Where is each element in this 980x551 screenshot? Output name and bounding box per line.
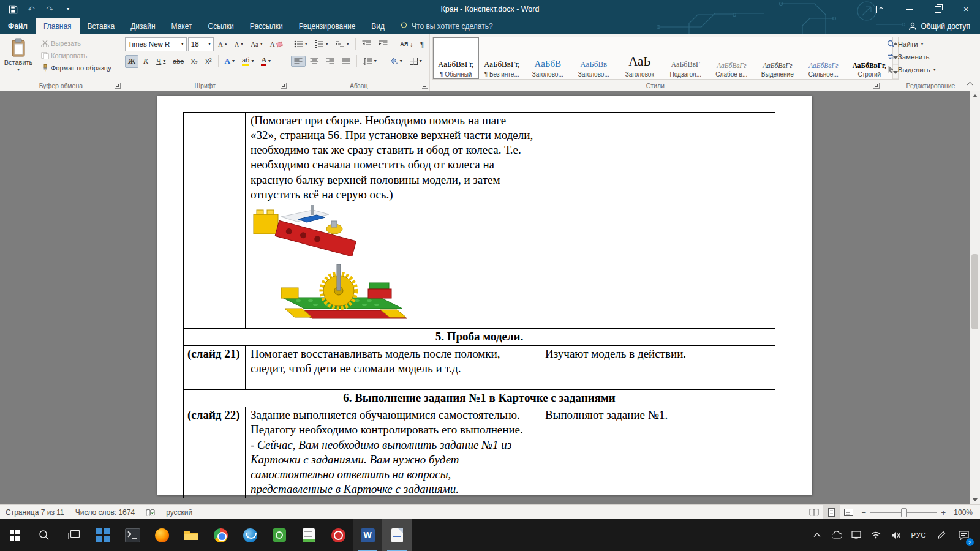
tray-cloud-button[interactable] <box>829 519 845 551</box>
tab-design[interactable]: Дизайн <box>123 18 163 34</box>
slide22-students-cell[interactable]: Выполняют задание №1. <box>540 407 775 498</box>
scroll-down-button[interactable] <box>970 495 980 504</box>
style-subtitle[interactable]: АаБбВвГ Подзагол... <box>663 37 709 79</box>
tab-layout[interactable]: Макет <box>164 18 200 34</box>
close-button[interactable]: × <box>952 0 980 18</box>
document-page[interactable]: (Помогает при сборке. Необходимо помочь … <box>157 96 812 495</box>
highlight-color-button[interactable]: аб▾ <box>239 55 257 68</box>
line-spacing-button[interactable]: ▾ <box>360 56 380 67</box>
tray-volume-button[interactable] <box>888 519 903 551</box>
read-mode-button[interactable] <box>805 505 823 520</box>
minimize-button[interactable] <box>895 0 924 18</box>
collapse-ribbon-button[interactable] <box>964 80 975 88</box>
taskbar-app-word[interactable]: W <box>353 519 382 551</box>
tray-display-button[interactable] <box>848 519 864 551</box>
redo-button[interactable]: ↷ <box>42 2 58 17</box>
style-emphasis[interactable]: АаБбВвГг Выделение <box>755 37 801 79</box>
vertical-scrollbar[interactable] <box>970 91 980 504</box>
sort-button[interactable]: АЯ ↓ <box>397 39 416 50</box>
taskbar-app-blue-round[interactable] <box>235 519 265 551</box>
tray-expand-button[interactable] <box>809 519 825 551</box>
tab-view[interactable]: Вид <box>363 18 393 34</box>
slide22-teacher-cell[interactable]: Задание выполняется обучающимися самосто… <box>246 407 540 498</box>
zoom-level[interactable]: 100% <box>950 508 980 517</box>
numbering-button[interactable]: ▾ <box>312 39 331 50</box>
taskbar-app-terminal[interactable] <box>118 519 147 551</box>
tab-file[interactable]: Файл <box>0 18 36 34</box>
zoom-slider[interactable] <box>870 505 937 520</box>
language-indicator[interactable]: РУС <box>907 531 930 539</box>
strikethrough-button[interactable]: abc <box>170 56 187 67</box>
italic-button[interactable]: К <box>140 55 152 68</box>
subscript-button[interactable]: х₂ <box>188 55 201 67</box>
copy-button[interactable]: Копировать <box>38 50 115 61</box>
print-layout-button[interactable] <box>823 505 840 520</box>
bold-button[interactable]: Ж <box>125 55 138 68</box>
taskbar-app-blue-grid[interactable] <box>88 519 118 551</box>
decrease-indent-button[interactable] <box>359 39 374 50</box>
align-left-button[interactable] <box>291 56 306 67</box>
slide21-teacher-cell[interactable]: Помогает восстанавливать модель после по… <box>246 346 540 390</box>
paste-button[interactable]: Вставить ▾ <box>2 37 34 80</box>
font-color-button[interactable]: А▾ <box>258 54 274 68</box>
clear-formatting-button[interactable]: А <box>267 39 285 50</box>
find-button[interactable]: Найти ▾ <box>884 38 978 50</box>
font-name-select[interactable]: Times New R ▾ <box>125 37 187 51</box>
restore-button[interactable] <box>924 0 952 18</box>
taskbar-app-document[interactable] <box>382 519 412 551</box>
slide21-students-cell[interactable]: Изучают модель в действии. <box>540 346 775 390</box>
tell-me-box[interactable]: Что вы хотите сделать? <box>393 18 500 34</box>
grow-font-button[interactable]: А▴ <box>215 39 230 50</box>
section5-title-cell[interactable]: 5. Проба модели. <box>184 329 775 346</box>
ribbon-display-options-button[interactable] <box>867 0 895 18</box>
align-right-button[interactable] <box>323 56 337 67</box>
taskbar-app-notes[interactable] <box>294 519 323 551</box>
tray-pen-button[interactable] <box>933 519 949 551</box>
taskbar-app-red-round[interactable] <box>323 519 353 551</box>
select-button[interactable]: Выделить ▾ <box>884 64 978 75</box>
section6-title-cell[interactable]: 6. Выполнение задания №1 в Карточке с за… <box>184 390 775 407</box>
format-painter-button[interactable]: Формат по образцу <box>38 62 115 73</box>
table-cell-note[interactable]: (Помогает при сборке. Необходимо помочь … <box>246 113 540 329</box>
page-number-status[interactable]: Страница 7 из 11 <box>0 505 70 520</box>
style-intense-emphasis[interactable]: АаБбВвГг Сильное... <box>801 37 846 79</box>
slide21-label-cell[interactable]: (слайд 21) <box>184 346 246 390</box>
superscript-button[interactable]: х² <box>202 55 214 67</box>
share-button[interactable]: Общий доступ <box>899 18 980 34</box>
task-view-button[interactable] <box>59 519 88 551</box>
lego-model-image-top[interactable] <box>252 204 535 260</box>
text-effects-button[interactable]: А▾ <box>222 54 238 68</box>
shading-button[interactable]: ▾ <box>386 56 405 67</box>
taskbar-app-firefox[interactable] <box>147 519 176 551</box>
customize-quick-access-button[interactable]: ▾ <box>60 2 76 17</box>
taskbar-search-button[interactable] <box>29 519 59 551</box>
taskbar-app-file-explorer[interactable] <box>176 519 206 551</box>
zoom-in-button[interactable]: + <box>937 508 950 517</box>
taskbar-app-chrome[interactable] <box>206 519 235 551</box>
scroll-up-button[interactable] <box>970 91 980 100</box>
action-center-button[interactable]: 2 <box>953 519 974 551</box>
tab-insert[interactable]: Вставка <box>80 18 123 34</box>
tab-references[interactable]: Ссылки <box>200 18 242 34</box>
save-button[interactable] <box>5 2 21 17</box>
justify-button[interactable] <box>339 56 353 67</box>
tab-review[interactable]: Рецензирование <box>291 18 364 34</box>
shrink-font-button[interactable]: А▾ <box>232 39 246 50</box>
start-button[interactable] <box>0 519 29 551</box>
change-case-button[interactable]: Аа▾ <box>247 39 266 50</box>
language-status[interactable]: русский <box>160 505 198 520</box>
scrollbar-thumb[interactable] <box>971 254 978 329</box>
tray-network-button[interactable] <box>868 519 884 551</box>
zoom-slider-thumb[interactable] <box>901 508 907 517</box>
align-center-button[interactable] <box>307 56 322 67</box>
zoom-out-button[interactable]: − <box>857 508 870 517</box>
multilevel-list-button[interactable]: ▾ <box>333 39 352 50</box>
style-title[interactable]: АаЬ Заголовок <box>617 37 663 79</box>
document-area[interactable]: (Помогает при сборке. Необходимо помочь … <box>0 91 980 504</box>
tab-mailings[interactable]: Рассылки <box>242 18 291 34</box>
font-size-select[interactable]: 18 ▾ <box>188 37 214 51</box>
table-cell-empty[interactable] <box>184 113 246 329</box>
scrollbar-track[interactable] <box>970 100 980 495</box>
increase-indent-button[interactable] <box>375 39 391 50</box>
table-cell-empty[interactable] <box>540 113 775 329</box>
